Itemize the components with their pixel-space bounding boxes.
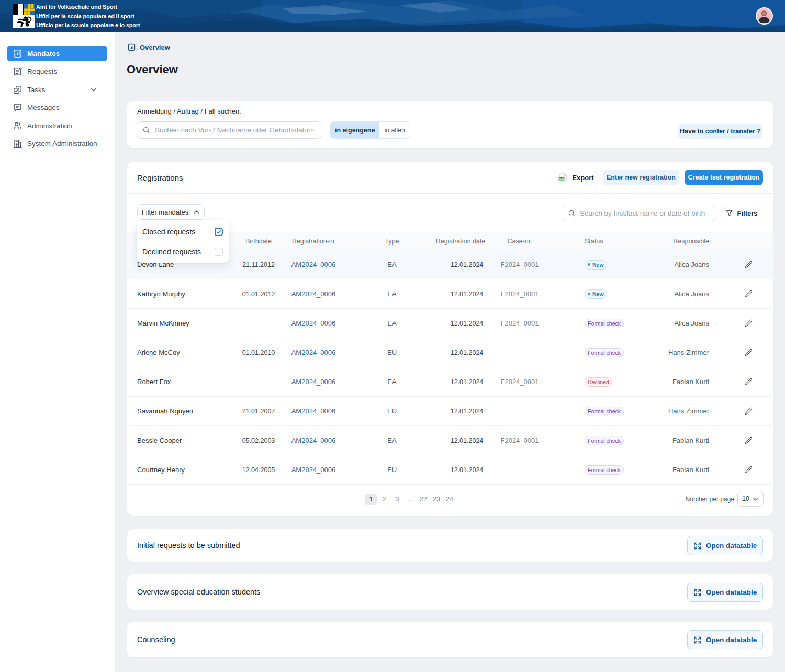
- svg-text:XLSX: XLSX: [559, 178, 564, 180]
